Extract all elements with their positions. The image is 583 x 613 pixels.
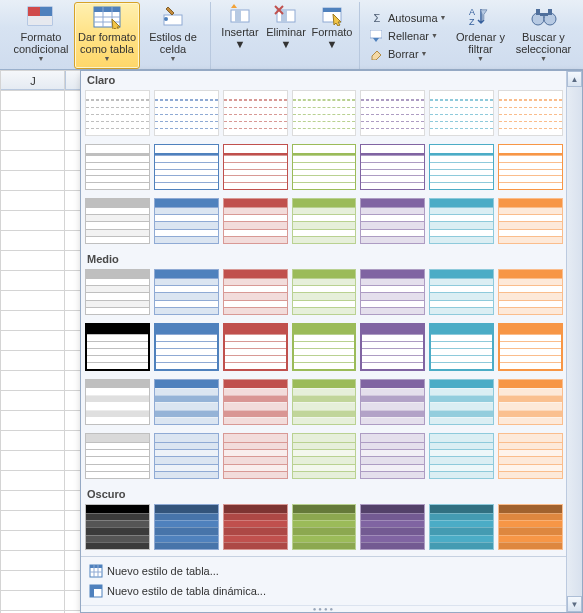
gallery-footer: Nuevo estilo de tabla...Nuevo estilo de …: [81, 556, 567, 605]
table-style-swatch-purple-full_light_banded[interactable]: [360, 433, 425, 479]
table-style-swatch-blue-solid_header_banded[interactable]: [154, 198, 219, 244]
table-style-swatch-purple-header_boxed[interactable]: [360, 144, 425, 190]
table-style-swatch-orange-banded_mid[interactable]: [498, 379, 563, 425]
format-as-table-button[interactable]: Dar formato como tabla ▼: [74, 2, 140, 69]
table-style-swatch-none-full_light_banded[interactable]: [85, 433, 150, 479]
svg-rect-27: [540, 13, 548, 16]
eraser-icon: [370, 48, 384, 60]
scroll-up-button[interactable]: ▲: [567, 71, 582, 87]
insert-button[interactable]: Insertar ▼: [217, 2, 263, 69]
autosum-button[interactable]: Σ Autosuma ▼: [370, 9, 446, 27]
table-style-swatch-olive-header_boxed[interactable]: [292, 144, 357, 190]
format-button[interactable]: Formato ▼: [309, 2, 355, 69]
table-style-swatch-purple-dark_header_thick_border[interactable]: [360, 323, 425, 371]
sort-filter-label: Ordenar y filtrar: [451, 31, 509, 55]
dropdown-arrow-icon: ▼: [281, 38, 292, 50]
svg-rect-2: [40, 7, 52, 16]
table-style-swatch-purple-solid_header_banded[interactable]: [360, 198, 425, 244]
cell-styles-icon: [158, 5, 188, 29]
gallery-row: [81, 502, 567, 556]
table-style-swatch-purple-banded_mid[interactable]: [360, 379, 425, 425]
svg-point-11: [164, 17, 168, 21]
worksheet-grid[interactable]: [0, 70, 81, 613]
table-style-gallery: ClaroMedioOscuroNuevo estilo de tabla...…: [80, 70, 583, 613]
conditional-formatting-button[interactable]: Formato condicional ▼: [8, 2, 74, 69]
table-style-swatch-olive-banded_mid[interactable]: [292, 379, 357, 425]
table-style-swatch-orange-solid_header_light_band[interactable]: [498, 269, 563, 315]
insert-cells-icon: [227, 4, 253, 26]
dropdown-arrow-icon: ▼: [170, 55, 177, 63]
table-style-swatch-olive-full_dark_rows[interactable]: [292, 504, 357, 550]
table-style-swatch-teal-plain_borderless[interactable]: [429, 90, 494, 136]
table-style-swatch-blue-plain_borderless[interactable]: [154, 90, 219, 136]
dropdown-arrow-icon: ▼: [38, 55, 45, 63]
table-style-swatch-olive-plain_borderless[interactable]: [292, 90, 357, 136]
table-style-swatch-purple-solid_header_light_band[interactable]: [360, 269, 425, 315]
table-style-swatch-none-banded_mid[interactable]: [85, 379, 150, 425]
sigma-icon: Σ: [370, 12, 384, 24]
fill-button[interactable]: Rellenar ▼: [370, 27, 446, 45]
table-style-swatch-orange-plain_borderless[interactable]: [498, 90, 563, 136]
table-style-swatch-red-solid_header_light_band[interactable]: [223, 269, 288, 315]
table-style-swatch-red-plain_borderless[interactable]: [223, 90, 288, 136]
table-style-swatch-none-plain_borderless[interactable]: [85, 90, 150, 136]
table-style-swatch-blue-solid_header_light_band[interactable]: [154, 269, 219, 315]
table-style-swatch-teal-solid_header_banded[interactable]: [429, 198, 494, 244]
svg-rect-26: [548, 9, 552, 15]
table-style-swatch-teal-solid_header_light_band[interactable]: [429, 269, 494, 315]
table-style-swatch-olive-full_light_banded[interactable]: [292, 433, 357, 479]
table-style-swatch-purple-full_dark_rows[interactable]: [360, 504, 425, 550]
table-style-swatch-teal-dark_header_thick_border[interactable]: [429, 323, 494, 371]
table-style-swatch-none-dark_header_thick_border[interactable]: [85, 323, 150, 371]
gallery-scrollbar[interactable]: ▲ ▼: [566, 71, 582, 612]
new-pivot-style-button[interactable]: Nuevo estilo de tabla dinámica...: [81, 581, 567, 601]
table-style-swatch-olive-solid_header_banded[interactable]: [292, 198, 357, 244]
table-style-swatch-orange-full_dark_rows[interactable]: [498, 504, 563, 550]
table-style-swatch-red-header_boxed[interactable]: [223, 144, 288, 190]
dropdown-arrow-icon: ▼: [440, 14, 447, 21]
sort-filter-button[interactable]: AZ Ordenar y filtrar ▼: [450, 2, 510, 69]
table-style-swatch-none-full_dark_rows[interactable]: [85, 504, 150, 550]
table-style-swatch-blue-banded_mid[interactable]: [154, 379, 219, 425]
clear-button[interactable]: Borrar ▼: [370, 45, 446, 63]
cell-styles-button[interactable]: Estilos de celda ▼: [140, 2, 206, 69]
table-style-swatch-olive-solid_header_light_band[interactable]: [292, 269, 357, 315]
table-style-swatch-teal-banded_mid[interactable]: [429, 379, 494, 425]
dropdown-arrow-icon: ▼: [477, 55, 484, 63]
new-table-style-button[interactable]: Nuevo estilo de tabla...: [81, 561, 567, 581]
conditional-formatting-icon: [26, 5, 56, 29]
table-style-swatch-red-solid_header_banded[interactable]: [223, 198, 288, 244]
delete-button[interactable]: Eliminar ▼: [263, 2, 309, 69]
table-style-swatch-blue-full_dark_rows[interactable]: [154, 504, 219, 550]
table-style-swatch-purple-plain_borderless[interactable]: [360, 90, 425, 136]
scroll-down-button[interactable]: ▼: [567, 596, 582, 612]
fill-label: Rellenar: [388, 30, 429, 42]
format-cells-icon: [319, 4, 345, 26]
table-style-swatch-red-banded_mid[interactable]: [223, 379, 288, 425]
table-style-swatch-blue-dark_header_thick_border[interactable]: [154, 323, 219, 371]
table-style-swatch-blue-full_light_banded[interactable]: [154, 433, 219, 479]
editing-small-list: Σ Autosuma ▼ Rellenar ▼ Borrar ▼: [366, 2, 450, 69]
table-style-swatch-teal-header_boxed[interactable]: [429, 144, 494, 190]
table-style-swatch-none-solid_header_light_band[interactable]: [85, 269, 150, 315]
table-style-swatch-red-full_dark_rows[interactable]: [223, 504, 288, 550]
gallery-row: [81, 377, 567, 431]
table-style-swatch-olive-dark_header_thick_border[interactable]: [292, 323, 357, 371]
gallery-resize-grip[interactable]: ●●●●: [81, 605, 567, 612]
table-style-swatch-orange-solid_header_banded[interactable]: [498, 198, 563, 244]
table-style-swatch-red-dark_header_thick_border[interactable]: [223, 323, 288, 371]
table-style-swatch-orange-dark_header_thick_border[interactable]: [498, 323, 563, 371]
table-style-swatch-none-solid_header_banded[interactable]: [85, 198, 150, 244]
table-style-swatch-red-full_light_banded[interactable]: [223, 433, 288, 479]
table-style-swatch-none-header_boxed[interactable]: [85, 144, 150, 190]
table-style-swatch-blue-header_boxed[interactable]: [154, 144, 219, 190]
table-style-swatch-orange-full_light_banded[interactable]: [498, 433, 563, 479]
delete-label: Eliminar: [266, 26, 306, 38]
svg-rect-25: [536, 9, 540, 15]
gallery-section-header-dark: Oscuro: [81, 485, 567, 502]
table-style-swatch-teal-full_light_banded[interactable]: [429, 433, 494, 479]
table-style-swatch-orange-header_boxed[interactable]: [498, 144, 563, 190]
gallery-section-header-light: Claro: [81, 71, 567, 88]
find-select-button[interactable]: Buscar y seleccionar ▼: [510, 2, 576, 69]
table-style-swatch-teal-full_dark_rows[interactable]: [429, 504, 494, 550]
